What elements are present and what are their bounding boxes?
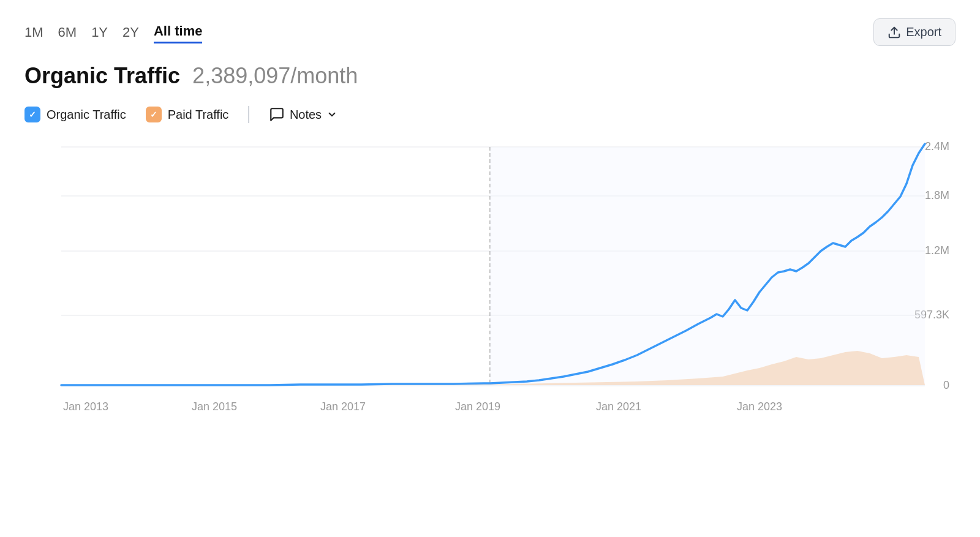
x-label-2021: Jan 2021 bbox=[596, 400, 641, 413]
filter-6m[interactable]: 6M bbox=[58, 22, 77, 43]
export-icon bbox=[888, 26, 901, 39]
x-label-2017: Jan 2017 bbox=[320, 400, 366, 413]
x-label-2015: Jan 2015 bbox=[192, 400, 237, 413]
y-label-24m: 2.4M bbox=[925, 140, 949, 152]
checkmark-organic: ✓ bbox=[29, 110, 36, 119]
x-label-2019: Jan 2019 bbox=[455, 400, 500, 413]
chevron-down-icon bbox=[326, 109, 337, 120]
filter-2y[interactable]: 2Y bbox=[123, 22, 139, 43]
filter-1m[interactable]: 1M bbox=[24, 22, 43, 43]
chart-container: 2.4M 1.8M 1.2M 597.3K 0 Jan 2013 Jan 201… bbox=[24, 138, 956, 426]
traffic-value: 2,389,097/month bbox=[186, 63, 358, 88]
notes-icon bbox=[269, 107, 285, 122]
y-label-12m: 1.2M bbox=[925, 244, 949, 257]
shaded-region bbox=[490, 147, 925, 386]
filter-1y[interactable]: 1Y bbox=[91, 22, 108, 43]
filter-alltime[interactable]: All time bbox=[154, 21, 202, 43]
paid-label: Paid Traffic bbox=[168, 108, 229, 122]
organic-label: Organic Traffic bbox=[47, 108, 126, 122]
notes-button[interactable]: Notes bbox=[269, 107, 337, 122]
time-filters: 1M 6M 1Y 2Y All time bbox=[24, 21, 202, 43]
title-row: Organic Traffic 2,389,097/month bbox=[24, 63, 956, 89]
page-title: Organic Traffic 2,389,097/month bbox=[24, 63, 358, 88]
legend-organic[interactable]: ✓ Organic Traffic bbox=[24, 107, 126, 122]
legend-paid[interactable]: ✓ Paid Traffic bbox=[146, 107, 229, 122]
export-button[interactable]: Export bbox=[873, 18, 956, 46]
x-label-2023: Jan 2023 bbox=[737, 400, 782, 413]
time-filter-row: 1M 6M 1Y 2Y All time Export bbox=[24, 18, 956, 46]
traffic-chart: 2.4M 1.8M 1.2M 597.3K 0 Jan 2013 Jan 201… bbox=[24, 138, 956, 426]
legend-divider bbox=[248, 106, 249, 123]
y-label-0: 0 bbox=[943, 379, 949, 391]
organic-checkbox[interactable]: ✓ bbox=[24, 107, 40, 122]
checkmark-paid: ✓ bbox=[150, 110, 157, 119]
notes-label: Notes bbox=[290, 108, 322, 122]
x-label-2013: Jan 2013 bbox=[63, 400, 108, 413]
legend-row: ✓ Organic Traffic ✓ Paid Traffic Notes bbox=[24, 106, 956, 123]
paid-checkbox[interactable]: ✓ bbox=[146, 107, 162, 122]
y-label-18m: 1.8M bbox=[925, 189, 949, 201]
